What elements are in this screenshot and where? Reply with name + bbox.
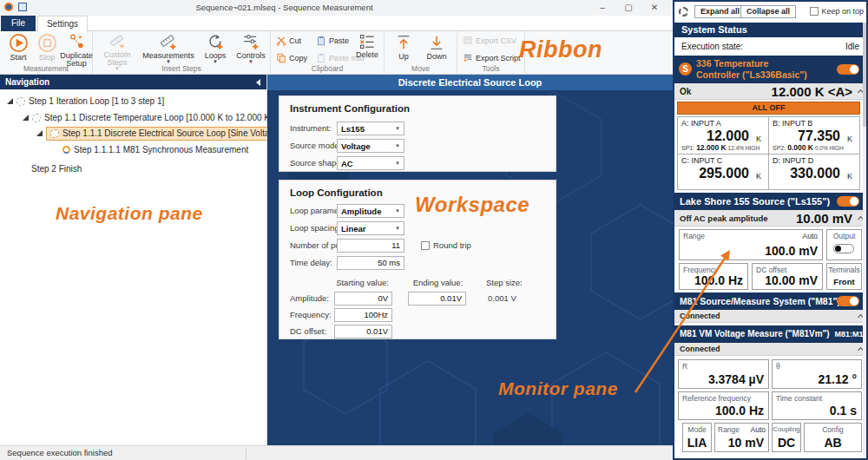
- ribbon-group-measurement: Start Stop Duplicate Setup Measurement: [0, 31, 93, 74]
- chevron-down-icon: ▼: [395, 143, 400, 148]
- expand-all-button[interactable]: Expand all: [694, 5, 746, 18]
- scrollbar-thumb[interactable]: [863, 23, 866, 127]
- loops-button[interactable]: Loops ▼: [201, 33, 230, 64]
- ls155-status-bar[interactable]: Off AC peak amplitude 10.00 mV: [674, 210, 866, 227]
- expander-icon[interactable]: [36, 130, 43, 136]
- loop-spacing-dropdown[interactable]: Linear▼: [337, 221, 404, 235]
- instrument-dropdown[interactable]: Ls155▼: [337, 122, 404, 135]
- amplitude-label: Amplitude:: [290, 292, 329, 305]
- ls336-status-bar[interactable]: Ok 12.000 K <A>: [674, 83, 866, 100]
- ls336-toggle[interactable]: [837, 64, 859, 75]
- minimize-button[interactable]: –: [591, 0, 614, 16]
- loop-step-icon: [32, 114, 41, 122]
- keep-on-top-checkbox[interactable]: [810, 7, 819, 16]
- paste-button[interactable]: Paste: [316, 35, 349, 47]
- m81-range-box: Range Auto 10 mV: [714, 423, 769, 452]
- tab-settings[interactable]: Settings: [37, 16, 88, 31]
- delete-button[interactable]: Delete: [354, 33, 380, 59]
- monitor-pane: Expand all Collapse all Keep on top Syst…: [673, 0, 868, 460]
- gear-icon[interactable]: [679, 7, 688, 16]
- source-shape-dropdown[interactable]: AC▼: [337, 156, 404, 170]
- annotation-monitor-pane: Monitor pane: [498, 378, 618, 399]
- up-button[interactable]: Up: [391, 33, 416, 61]
- ls155-toggle[interactable]: [837, 196, 859, 207]
- step-size-header: Step size:: [486, 278, 538, 287]
- controls-button[interactable]: Controls ▼: [233, 33, 268, 64]
- export-script-icon: [463, 53, 473, 63]
- monitor-scrollbar[interactable]: [863, 23, 866, 458]
- duplicate-setup-button[interactable]: Duplicate Setup: [61, 33, 92, 68]
- m81vm-section-header[interactable]: M81 VM Voltage Measure ("M81Vm") M81:M1: [674, 325, 866, 343]
- output-toggle[interactable]: [833, 244, 854, 253]
- all-off-button[interactable]: ALL OFF: [677, 102, 860, 115]
- ls155-section-header[interactable]: Lake Shore 155 Source ("Ls155"): [674, 193, 866, 210]
- source-mode-dropdown[interactable]: Voltage▼: [337, 139, 404, 153]
- m81-section-header[interactable]: M81 Source/Measure System ("M81"): [674, 292, 866, 310]
- maximize-button[interactable]: ▢: [617, 0, 640, 16]
- group-label-insert-steps: Insert Steps: [93, 64, 270, 73]
- navigation-pane-header: Navigation: [0, 75, 266, 89]
- workspace-step-title: Discrete Electrical Source Loop: [267, 75, 673, 90]
- cut-button[interactable]: Cut: [276, 35, 301, 47]
- group-label-tools: Tools: [457, 64, 524, 73]
- source-mode-label: Source mode:: [290, 139, 341, 152]
- frequency-start-input[interactable]: 100Hz: [334, 308, 392, 322]
- copy-button[interactable]: Copy: [276, 52, 307, 64]
- m81-toggle[interactable]: [837, 296, 859, 306]
- input-b-cell: B: INPUT B 77.350 K SP2: 0.000 K 0.0% HI…: [768, 116, 860, 154]
- dc-offset-label: DC offset:: [290, 325, 326, 338]
- card-title: Loop Configuration: [290, 187, 383, 198]
- amplitude-start-input[interactable]: 0V: [334, 292, 392, 306]
- up-icon: [394, 33, 413, 52]
- tree-item-step1[interactable]: Step 1 Iteration Loop [1 to 3 step 1]: [7, 95, 164, 108]
- m81-status-bar[interactable]: Connected: [674, 310, 866, 323]
- measurements-button[interactable]: Measurements ▼: [143, 33, 194, 64]
- ls155-reading: 10.00 mV: [796, 211, 852, 226]
- export-script-button[interactable]: Export Script: [463, 52, 521, 64]
- tree-item-step2[interactable]: Step 2 Finish: [31, 162, 82, 175]
- close-button[interactable]: ✕: [643, 0, 666, 16]
- tab-file[interactable]: File: [1, 16, 36, 31]
- expander-icon[interactable]: [23, 115, 29, 121]
- time-constant-box: Time constant 0.1 s: [772, 391, 862, 420]
- loop-step-icon: [16, 97, 25, 106]
- keep-on-top-field: Keep on top: [810, 7, 864, 16]
- down-button[interactable]: Down: [423, 33, 450, 61]
- status-text: Sequence execution finished: [7, 448, 112, 457]
- theta-box: θ 21.12 °: [772, 359, 862, 389]
- stop-button[interactable]: Stop: [35, 33, 59, 62]
- number-of-points-input[interactable]: 11: [337, 239, 404, 253]
- input-c-cell: C: INPUT C 295.000 K: [677, 154, 769, 190]
- ribbon-group-clipboard: Cut Copy Paste Paste Into Delete Clipboa…: [271, 31, 385, 74]
- ribbon-tab-row: File Settings: [0, 16, 673, 31]
- config-box: Config AB: [804, 423, 862, 452]
- loop-spacing-label: Loop spacing:: [290, 221, 341, 234]
- export-csv-button[interactable]: Export CSV: [463, 35, 516, 47]
- tree-item-step1-1-1-1[interactable]: Step 1.1.1.1 M81 Synchronous Measurement: [62, 143, 248, 156]
- group-label-clipboard: Clipboard: [271, 64, 384, 73]
- start-button[interactable]: Start: [5, 33, 31, 62]
- dc-offset-start-input[interactable]: 0.01V: [334, 325, 392, 338]
- down-icon: [427, 33, 446, 52]
- reference-frequency-box: Reference frequency 100.0 Hz: [678, 391, 769, 420]
- mode-box: Mode LIA: [682, 423, 712, 452]
- m81vm-status-bar[interactable]: Connected: [674, 343, 866, 356]
- ls336-reading: 12.000 K <A>: [772, 84, 852, 99]
- measurement-step-icon: [62, 146, 70, 154]
- paste-into-icon: [316, 53, 326, 63]
- expander-icon[interactable]: [7, 98, 13, 104]
- time-delay-input[interactable]: 50 ms: [337, 256, 404, 270]
- frequency-label: Frequency:: [290, 308, 332, 321]
- collapse-all-button[interactable]: Collapse all: [740, 5, 796, 18]
- loop-parameter-dropdown[interactable]: Amplitude▼: [337, 204, 404, 218]
- title-bar: Sequence~021.mlseq - Sequence Measuremen…: [0, 0, 673, 16]
- instrument-label: Instrument:: [290, 122, 332, 135]
- terminals-box: Terminals Front: [826, 263, 862, 290]
- amplitude-end-input[interactable]: 0.01V: [408, 292, 466, 306]
- round-trip-checkbox[interactable]: [421, 241, 430, 250]
- collapse-pane-icon[interactable]: [256, 79, 260, 86]
- range-box: Range Auto 100.0 mV: [679, 229, 823, 260]
- round-trip-field: Round trip: [421, 239, 471, 252]
- card-title: Instrument Configuration: [290, 103, 410, 114]
- ls336-section-header[interactable]: S 336 Temperature Controller ("Ls336Basi…: [674, 56, 866, 83]
